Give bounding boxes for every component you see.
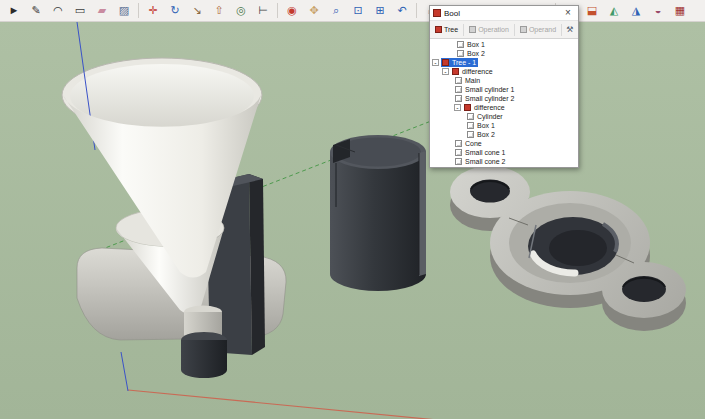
solid-box-icon (457, 41, 464, 48)
tree-item[interactable]: Main (430, 76, 578, 85)
operation-button-label: Operation (478, 26, 509, 33)
tree-item-label: Small cone 1 (464, 149, 506, 156)
solid-box-icon (455, 140, 462, 147)
tape-measure-icon[interactable]: ⊢ (254, 2, 272, 20)
toolbar-separator (277, 3, 278, 18)
tree-item[interactable]: Small cylinder 1 (430, 85, 578, 94)
bool-operation-tree[interactable]: Box 1Box 2-Tree - 1-differenceMainSmall … (430, 39, 578, 167)
gray-cube-icon (520, 26, 527, 33)
tree-item[interactable]: -difference (430, 67, 578, 76)
expander-icon[interactable]: - (432, 59, 439, 66)
flange-bolt-hole (622, 276, 666, 302)
pan-icon[interactable]: ✥ (305, 2, 323, 20)
solid-box-icon (467, 113, 474, 120)
zoom-extents-icon[interactable]: ⊞ (371, 2, 389, 20)
cylinder-model[interactable] (330, 135, 426, 291)
tree-item[interactable]: Box 1 (430, 40, 578, 49)
tree-item-label: Small cylinder 1 (464, 86, 515, 93)
close-icon[interactable]: × (561, 6, 575, 20)
scale-icon[interactable]: ↘ (188, 2, 206, 20)
separator (463, 24, 464, 36)
difference-cube-icon (452, 68, 459, 75)
tree-item[interactable]: Small cone 1 (430, 148, 578, 157)
gray-cube-icon (469, 26, 476, 33)
difference-cube-icon (442, 59, 449, 66)
tree-item-label: Box 1 (466, 41, 486, 48)
tree-item-label: difference (473, 104, 506, 111)
solid-box-icon (455, 149, 462, 156)
tree-item-label: Cylinder (476, 113, 504, 120)
tree-item-label: Main (464, 77, 481, 84)
tree-item-label: Small cone 2 (464, 158, 506, 165)
arc-icon[interactable]: ◠ (49, 2, 67, 20)
difference-cube-icon (464, 104, 471, 111)
solid-box-icon (457, 50, 464, 57)
bool-dialog: Bool × TreeOperationOperand⚒↥A Box 1Box … (429, 5, 579, 168)
main-toolbar: ►✎◠▭▰▨✛↻↘⇧◎⊢◉✥⌕⊡⊞↶⌂◫▣▢⧉◱⬒⬓◭◮◒▦ (0, 0, 705, 22)
tree-button[interactable]: Tree (432, 25, 461, 34)
operand-button-label: Operand (529, 26, 556, 33)
expander-icon[interactable]: - (454, 104, 461, 111)
tree-item[interactable]: Box 2 (430, 130, 578, 139)
previous-view-icon[interactable]: ↶ (393, 2, 411, 20)
operand-button[interactable]: Operand (517, 25, 559, 34)
tree-item[interactable]: Box 2 (430, 49, 578, 58)
zoom-window-icon[interactable]: ⊡ (349, 2, 367, 20)
solid-box-icon (467, 122, 474, 129)
select-icon[interactable]: ► (5, 2, 23, 20)
tree-item[interactable]: Cone (430, 139, 578, 148)
paint-bucket-icon[interactable]: ▨ (115, 2, 133, 20)
tree-item-label: Box 2 (476, 131, 496, 138)
tree-button-label: Tree (444, 26, 458, 33)
eraser-icon[interactable]: ▰ (93, 2, 111, 20)
sketchup-window: { "colors": { "viewport_bg": "#a8bb9e", … (0, 0, 705, 419)
tree-item-label: difference (461, 68, 494, 75)
tree-item[interactable]: Cylinder (430, 112, 578, 121)
solid-box-icon (455, 86, 462, 93)
tree-item-label: Box 1 (476, 122, 496, 129)
solid-intersect-icon[interactable]: ◮ (627, 2, 645, 20)
solid-subtract-icon[interactable]: ⬓ (583, 2, 601, 20)
solid-box-icon (455, 95, 462, 102)
toolbar-separator (416, 3, 417, 18)
rotate-icon[interactable]: ↻ (166, 2, 184, 20)
tree-item-label: Tree - 1 (451, 59, 477, 66)
3d-viewport[interactable] (0, 22, 705, 419)
separator (514, 24, 515, 36)
tree-item-label: Cone (464, 140, 483, 147)
operation-button[interactable]: Operation (466, 25, 512, 34)
bool-tools-icon[interactable]: ▦ (671, 2, 689, 20)
solid-trim-icon[interactable]: ◭ (605, 2, 623, 20)
flange-bolt-hole (470, 180, 510, 203)
expander-icon[interactable]: - (442, 68, 449, 75)
tree-item-label: Small cylinder 2 (464, 95, 515, 102)
tree-item[interactable]: -Tree - 1 (430, 58, 578, 67)
dialog-titlebar[interactable]: Bool × (430, 6, 578, 20)
toolbar-separator (138, 3, 139, 18)
tree-item-label: Box 2 (466, 50, 486, 57)
line-icon[interactable]: ✎ (27, 2, 45, 20)
orbit-icon[interactable]: ◉ (283, 2, 301, 20)
tree-item[interactable]: Small cylinder 2 (430, 94, 578, 103)
solid-box-icon (467, 131, 474, 138)
rectangle-icon[interactable]: ▭ (71, 2, 89, 20)
separator (561, 24, 562, 36)
wrench-icon[interactable]: ⚒ (566, 25, 573, 34)
tree-item[interactable]: Small cone 2 (430, 157, 578, 166)
outer-shell-icon[interactable]: ◒ (649, 2, 667, 20)
offset-icon[interactable]: ◎ (232, 2, 250, 20)
tree-item[interactable]: -difference (430, 103, 578, 112)
arrow-up-icon[interactable]: ↥ (577, 25, 578, 34)
push-pull-icon[interactable]: ⇧ (210, 2, 228, 20)
dialog-title: Bool (444, 9, 561, 18)
bool-app-icon (433, 9, 441, 17)
spout-model[interactable] (181, 306, 227, 378)
tree-item[interactable]: Box 1 (430, 121, 578, 130)
red-cube-icon (435, 26, 442, 33)
zoom-icon[interactable]: ⌕ (327, 2, 345, 20)
dialog-toolbar: TreeOperationOperand⚒↥A (430, 20, 578, 39)
solid-box-icon (455, 77, 462, 84)
solid-box-icon (455, 158, 462, 165)
move-icon[interactable]: ✛ (144, 2, 162, 20)
